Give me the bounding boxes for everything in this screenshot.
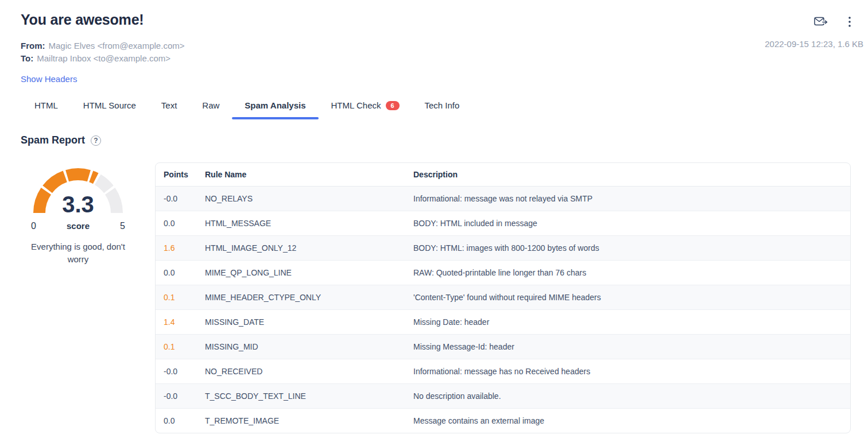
rule-name-cell: NO_RELAYS	[197, 187, 405, 211]
to-line: To:Mailtrap Inbox <to@example.com>	[21, 52, 868, 65]
points-cell: -0.0	[156, 359, 197, 384]
points-cell: 0.1	[156, 335, 197, 359]
gauge-min-label: 0	[31, 221, 36, 231]
rule-name-cell: MIME_HEADER_CTYPE_ONLY	[197, 285, 405, 310]
rule-name-cell: MISSING_MID	[197, 335, 405, 359]
table-row: 0.0 T_REMOTE_IMAGE Message contains an e…	[156, 409, 850, 433]
gauge-max-label: 5	[120, 221, 125, 231]
description-cell: Informational: message was not relayed v…	[405, 187, 850, 211]
rule-name-cell: T_SCC_BODY_TEXT_LINE	[197, 384, 405, 409]
table-row: -0.0 NO_RELAYS Informational: message wa…	[156, 187, 850, 211]
tab-badge: 6	[386, 101, 400, 110]
gauge-score-label: score	[67, 221, 90, 231]
description-cell: BODY: HTML: images with 800-1200 bytes o…	[405, 236, 850, 261]
points-cell: 0.0	[156, 261, 197, 285]
tab-raw[interactable]: Raw	[189, 97, 232, 119]
description-cell: No description available.	[405, 384, 850, 409]
rule-name-cell: MIME_QP_LONG_LINE	[197, 261, 405, 285]
description-cell: Missing Date: header	[405, 310, 850, 335]
spam-report-heading-row: Spam Report ?	[21, 134, 868, 146]
tab-label: HTML Source	[83, 100, 136, 110]
column-header-description: Description	[405, 163, 850, 187]
rule-name-cell: T_REMOTE_IMAGE	[197, 409, 405, 433]
description-cell: Informational: message has no Received h…	[405, 359, 850, 384]
to-value: Mailtrap Inbox <to@example.com>	[37, 53, 170, 63]
from-label: From:	[21, 41, 45, 51]
rule-name-cell: HTML_MESSAGE	[197, 211, 405, 236]
points-cell: 1.6	[156, 236, 197, 261]
tab-label: HTML Check	[331, 100, 381, 110]
address-block: From:Magic Elves <from@example.com> To:M…	[21, 40, 868, 65]
spam-rules-table: Points Rule Name Description -0.0 NO_REL…	[155, 162, 851, 433]
spam-score-panel: 3.3 0 score 5 Everything is good, don't …	[21, 162, 135, 266]
table-row: 0.0 MIME_QP_LONG_LINE RAW: Quoted-printa…	[156, 261, 850, 285]
from-line: From:Magic Elves <from@example.com>	[21, 40, 868, 52]
tab-label: Raw	[202, 100, 219, 110]
kebab-menu-icon	[848, 17, 851, 29]
tab-tech-info[interactable]: Tech Info	[412, 97, 472, 119]
header-actions	[813, 15, 852, 30]
column-header-points: Points	[156, 163, 197, 187]
points-cell: 0.1	[156, 285, 197, 310]
show-headers-link[interactable]: Show Headers	[21, 74, 77, 84]
tab-label: HTML	[34, 100, 58, 110]
table-row: -0.0 NO_RECEIVED Informational: message …	[156, 359, 850, 384]
tab-text[interactable]: Text	[149, 97, 190, 119]
gauge-score-value: 3.3	[32, 192, 124, 218]
rule-name-cell: NO_RECEIVED	[197, 359, 405, 384]
table-row: 1.6 HTML_IMAGE_ONLY_12 BODY: HTML: image…	[156, 236, 850, 261]
table-header-row: Points Rule Name Description	[156, 163, 850, 187]
tab-html-source[interactable]: HTML Source	[71, 97, 149, 119]
message-subject: You are awesome!	[21, 11, 868, 28]
tab-label: Tech Info	[425, 100, 460, 110]
table-row: 0.1 MISSING_MID Missing Message-Id: head…	[156, 335, 850, 359]
points-cell: 1.4	[156, 310, 197, 335]
points-cell: -0.0	[156, 187, 197, 211]
points-cell: 0.0	[156, 409, 197, 433]
from-value: Magic Elves <from@example.com>	[49, 41, 185, 51]
table-row: -0.0 T_SCC_BODY_TEXT_LINE No description…	[156, 384, 850, 409]
gauge-scale: 0 score 5	[31, 221, 125, 231]
tab-label: Text	[161, 100, 177, 110]
email-message-view: 2022-09-15 12:23, 1.6 KB You are awesome…	[0, 0, 868, 433]
rule-name-cell: HTML_IMAGE_ONLY_12	[197, 236, 405, 261]
description-cell: BODY: HTML included in message	[405, 211, 850, 236]
envelope-forward-icon	[814, 16, 828, 29]
message-tabs: HTML HTML Source Text Raw Spam Analysis …	[22, 97, 868, 119]
spam-report-body: 3.3 0 score 5 Everything is good, don't …	[21, 162, 868, 433]
description-cell: Message contains an external image	[405, 409, 850, 433]
description-cell: Missing Message-Id: header	[405, 335, 850, 359]
spam-report-title: Spam Report	[21, 134, 85, 146]
description-cell: 'Content-Type' found without required MI…	[405, 285, 850, 310]
forward-email-button[interactable]	[813, 15, 829, 30]
help-icon[interactable]: ?	[91, 135, 101, 146]
rule-name-cell: MISSING_DATE	[197, 310, 405, 335]
message-date-size: 2022-09-15 12:23, 1.6 KB	[765, 39, 863, 49]
table-row: 1.4 MISSING_DATE Missing Date: header	[156, 310, 850, 335]
tab-html[interactable]: HTML	[22, 97, 71, 119]
spam-score-gauge: 3.3	[32, 167, 124, 214]
description-cell: RAW: Quoted-printable line longer than 7…	[405, 261, 850, 285]
to-label: To:	[21, 53, 33, 63]
points-cell: 0.0	[156, 211, 197, 236]
points-cell: -0.0	[156, 384, 197, 409]
tab-html-check[interactable]: HTML Check6	[319, 97, 412, 119]
table-row: 0.1 MIME_HEADER_CTYPE_ONLY 'Content-Type…	[156, 285, 850, 310]
gauge-message: Everything is good, don't worry	[22, 241, 134, 266]
tab-spam-analysis[interactable]: Spam Analysis	[232, 97, 318, 119]
tab-label: Spam Analysis	[245, 100, 305, 110]
table-row: 0.0 HTML_MESSAGE BODY: HTML included in …	[156, 211, 850, 236]
more-options-button[interactable]	[847, 15, 852, 30]
column-header-rule-name: Rule Name	[197, 163, 405, 187]
